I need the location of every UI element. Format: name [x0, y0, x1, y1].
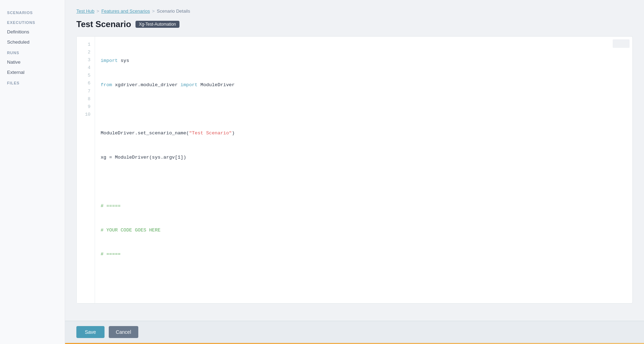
code-editor-container[interactable]: 1 2 3 4 5 6 7 8 9 10 import sys from xgd… [76, 36, 633, 304]
code-line-9: # ===== [101, 250, 627, 259]
sidebar-item-external[interactable]: External [0, 67, 65, 77]
sidebar-item-definitions[interactable]: Definitions [0, 27, 65, 37]
sidebar-item-scheduled[interactable]: Scheduled [0, 37, 65, 47]
code-line-7: # ===== [101, 202, 627, 210]
sidebar: SCENARIOS EXECUTIONS Definitions Schedul… [0, 0, 65, 344]
code-line-3 [101, 106, 627, 114]
code-line-5: xg = ModuleDriver(sys.argv[1]) [101, 154, 627, 162]
cancel-button[interactable]: Cancel [109, 326, 138, 338]
page-title-row: Test Scenario Xg-Test-Automation [76, 19, 633, 29]
breadcrumb-features[interactable]: Features and Scenarios [101, 8, 150, 14]
sidebar-section-files: FILES [0, 77, 65, 87]
sidebar-section-executions: EXECUTIONS [0, 17, 65, 27]
footer-bar: Save Cancel [65, 321, 644, 343]
sidebar-section-runs: RUNS [0, 47, 65, 57]
tag-badge: Xg-Test-Automation [135, 21, 179, 28]
sidebar-item-native[interactable]: Native [0, 57, 65, 67]
line-numbers: 1 2 3 4 5 6 7 8 9 10 [77, 37, 95, 303]
code-line-1: import sys [101, 57, 627, 65]
sidebar-section-scenarios: SCENARIOS [0, 7, 65, 17]
scrollbar-hint [613, 39, 630, 48]
page-title: Test Scenario [76, 19, 131, 29]
code-line-2: from xgdriver.module_driver import Modul… [101, 81, 627, 89]
main-content: Test Hub > Features and Scenarios > Scen… [65, 0, 644, 344]
code-line-10 [101, 275, 627, 283]
breadcrumb-hub[interactable]: Test Hub [76, 8, 94, 14]
breadcrumb-sep1: > [96, 8, 99, 14]
breadcrumb-sep2: > [152, 8, 155, 14]
code-line-4: ModuleDriver.set_scenario_name("Test Sce… [101, 129, 627, 138]
save-button[interactable]: Save [76, 326, 105, 338]
code-content[interactable]: import sys from xgdriver.module_driver i… [95, 37, 632, 303]
breadcrumb: Test Hub > Features and Scenarios > Scen… [76, 8, 633, 14]
code-line-6 [101, 178, 627, 186]
content-area: Test Hub > Features and Scenarios > Scen… [65, 0, 644, 321]
code-editor-inner: 1 2 3 4 5 6 7 8 9 10 import sys from xgd… [77, 37, 632, 303]
code-line-8: # YOUR CODE GOES HERE [101, 227, 627, 235]
breadcrumb-current: Scenario Details [157, 8, 190, 14]
